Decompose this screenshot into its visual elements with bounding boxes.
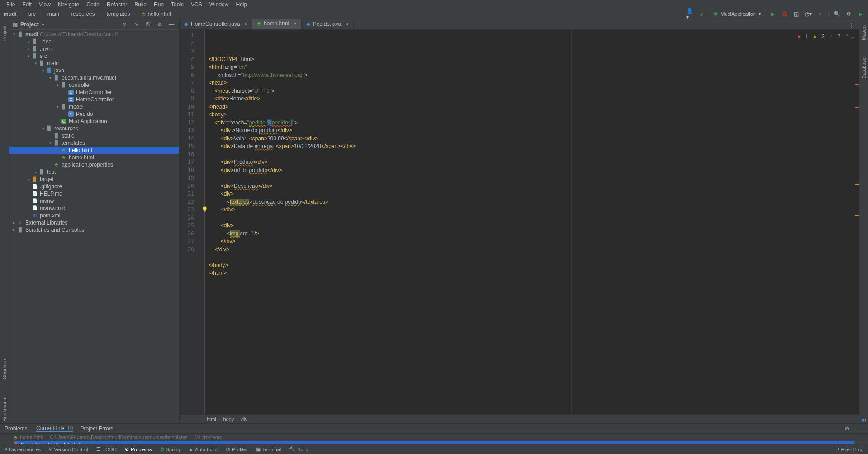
menu-refactor[interactable]: Refactor [104, 0, 130, 9]
chevron-down-icon[interactable]: ▾ [42, 21, 44, 28]
menu-navigate[interactable]: Navigate [55, 0, 82, 9]
inspection-widget[interactable]: ●1▲2✓7⌃ ⌄ [797, 33, 854, 41]
problem-file-row[interactable]: ⬘home.html C:\Users\Eduardo\Desktop\mudi… [14, 434, 854, 441]
bottom-problems[interactable]: ⊘Problems [125, 446, 152, 452]
bottom-terminal[interactable]: ▣Terminal [256, 446, 281, 452]
tree-templates[interactable]: ▾▉templates [9, 139, 179, 147]
tab-pedido[interactable]: ◆Pedido.java× [302, 19, 354, 29]
tree-target[interactable]: ▸▉target [9, 176, 179, 183]
tab-homehtml[interactable]: ⬘home.html× [252, 19, 301, 29]
tree-java[interactable]: ▾▉java [9, 67, 179, 74]
crumb-2[interactable]: main [47, 11, 59, 17]
close-icon[interactable]: × [294, 21, 296, 26]
coverage-button[interactable]: ◱ [792, 10, 801, 18]
bottom-dependencies[interactable]: ⌗Dependencies [5, 446, 41, 452]
tree-mvnw[interactable]: 📄mvnw [9, 197, 179, 205]
menu-build[interactable]: Build [132, 0, 149, 9]
tree-idea[interactable]: ▸▉.idea [9, 38, 179, 45]
menu-tools[interactable]: Tools [168, 0, 186, 9]
tree-mvnwcmd[interactable]: 📄mvnw.cmd [9, 205, 179, 212]
menu-run[interactable]: Run [151, 0, 166, 9]
tab-options-icon[interactable]: ⋮ [847, 21, 855, 29]
hide-panel-icon[interactable]: — [855, 425, 863, 433]
tree-gitignore[interactable]: 📄.gitignore [9, 183, 179, 190]
menu-code[interactable]: Code [84, 0, 102, 9]
ecrumb-0[interactable]: html [207, 416, 216, 422]
tree-test[interactable]: ▸▉test [9, 168, 179, 176]
menu-vcs[interactable]: VCS [188, 0, 205, 9]
tab-homecontroller[interactable]: ◆HomeController.java× [180, 19, 252, 29]
ecrumb-1[interactable]: body [223, 416, 234, 422]
tree-pkg[interactable]: ▾▉br.com.alura.mvc.mudi [9, 74, 179, 81]
close-icon[interactable]: × [245, 21, 247, 27]
crumb-1[interactable]: src [28, 11, 36, 17]
crumb-5[interactable]: hello.html [147, 11, 171, 17]
tree-hellocontroller[interactable]: CHelloController [9, 89, 179, 96]
tree-mudiapp[interactable]: CMudiApplication [9, 118, 179, 125]
panel-settings-icon[interactable]: ⚙ [156, 20, 164, 29]
tree-model[interactable]: ▾▉model [9, 103, 179, 110]
debug-button[interactable]: 🐞 [781, 10, 789, 18]
tree-static[interactable]: ▉static [9, 132, 179, 139]
code-editor[interactable]: ●1▲2✓7⌃ ⌄ <!DOCTYPE html> <html lang="en… [205, 30, 859, 414]
tree-controller[interactable]: ▾▉controller [9, 81, 179, 89]
tree-appprops[interactable]: ⬘application.properties [9, 161, 179, 168]
hide-panel-icon[interactable]: — [167, 20, 175, 29]
tree-hellohtml[interactable]: ⬘hello.html [9, 147, 179, 154]
stop-button[interactable]: ■ [816, 10, 824, 18]
crumb-0[interactable]: mudi [4, 11, 17, 17]
user-icon[interactable]: 👤▾ [686, 10, 694, 18]
tool-maven[interactable]: Maven [861, 24, 867, 42]
search-everywhere-icon[interactable]: 🔍 [833, 10, 841, 18]
collapse-all-icon[interactable]: ⇱ [144, 20, 152, 29]
run-config-selector[interactable]: ✿ MudiApplication ▾ [710, 10, 765, 18]
crumb-3[interactable]: resources [71, 11, 95, 17]
tool-database[interactable]: Database [861, 56, 867, 81]
bottom-spring[interactable]: ✿Spring [160, 446, 180, 452]
tree-scratches[interactable]: ▸▉Scratches and Consoles [9, 226, 179, 234]
bottom-eventlog[interactable]: 🗩Event Log [834, 447, 863, 452]
bottom-profiler[interactable]: ◔Profiler [226, 446, 248, 452]
menu-help[interactable]: Help [233, 0, 250, 9]
tree-src[interactable]: ▾▉src [9, 53, 179, 60]
menu-edit[interactable]: Edit [19, 0, 34, 9]
profile-button[interactable]: ◔▾ [804, 10, 812, 18]
run-button[interactable]: ▶ [769, 10, 777, 18]
tool-structure[interactable]: Structure [2, 357, 7, 381]
close-icon[interactable]: × [346, 21, 348, 27]
tool-m[interactable]: m [861, 417, 866, 423]
menu-file[interactable]: File [4, 0, 18, 9]
tool-bookmarks[interactable]: Bookmarks [2, 395, 7, 423]
tree-pomxml[interactable]: mpom.xml [9, 212, 179, 219]
menu-window[interactable]: Window [207, 0, 232, 9]
project-tree[interactable]: ▾▉mudi C:\Users\Eduardo\Desktop\mudi ▸▉.… [9, 30, 179, 423]
intention-bulb-icon[interactable]: 💡 [201, 206, 207, 211]
error-stripe[interactable] [854, 30, 859, 414]
editor-body[interactable]: 1234567891011121314151617181920212223242… [180, 30, 859, 414]
bottom-build[interactable]: 🔨Build [289, 446, 308, 452]
crumb-4[interactable]: templates [106, 11, 130, 17]
settings-icon[interactable]: ⚙ [844, 10, 853, 18]
vcs-update-icon[interactable]: ↙ [698, 10, 706, 18]
expand-all-icon[interactable]: ⇲ [132, 20, 140, 29]
tree-pedido[interactable]: CPedido [9, 110, 179, 118]
tree-mvn[interactable]: ▸▉.mvn [9, 45, 179, 53]
tree-homehtml[interactable]: ⬘home.html [9, 154, 179, 161]
tree-extlib[interactable]: ▸⫴External Libraries [9, 219, 179, 226]
ecrumb-2[interactable]: div [241, 416, 247, 422]
select-opened-icon[interactable]: ⊙ [120, 20, 128, 29]
tree-root[interactable]: ▾▉mudi C:\Users\Eduardo\Desktop\mudi [9, 31, 179, 38]
problems-currentfile-tab[interactable]: Current File 10 [36, 425, 73, 432]
bottom-vcs[interactable]: ⑂Version Control [49, 447, 88, 452]
bottom-autobuild[interactable]: ▲Auto-build [188, 447, 217, 452]
tree-homecontroller[interactable]: CHomeController [9, 96, 179, 103]
tree-helpmd[interactable]: 📄HELP.md [9, 190, 179, 197]
ide-status-icon[interactable]: ▶ [856, 10, 864, 18]
tool-project[interactable]: Project [2, 24, 7, 43]
tree-resources[interactable]: ▾▉resources [9, 125, 179, 132]
tree-main[interactable]: ▾▉main [9, 60, 179, 67]
menu-view[interactable]: View [36, 0, 53, 9]
bottom-todo[interactable]: ☰TODO [96, 446, 117, 452]
fold-gutter[interactable] [199, 30, 205, 414]
problems-settings-icon[interactable]: ⚙ [843, 425, 851, 433]
